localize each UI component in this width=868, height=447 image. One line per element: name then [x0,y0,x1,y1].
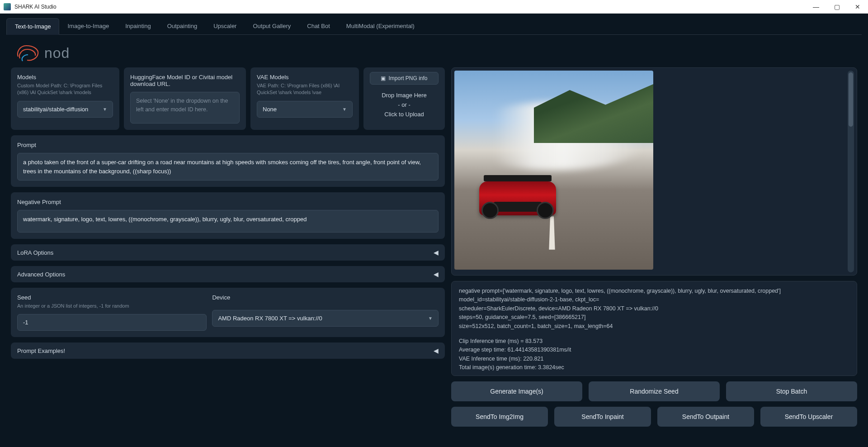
drop-text-2: - or - [373,100,436,110]
negative-prompt-label: Negative Prompt [17,199,439,205]
import-png-label: Import PNG info [388,75,427,81]
prompt-examples-toggle[interactable]: Prompt Examples! ◀ [11,342,445,359]
vae-label: VAE Models [257,74,353,81]
window-title: SHARK AI Studio [14,4,57,10]
sendto-inpaint-button[interactable]: SendTo Inpaint [554,407,651,427]
nod-logo-text: nod [44,45,70,62]
hf-label: HuggingFace Model ID or Civitai model do… [130,74,240,87]
device-select[interactable]: AMD Radeon RX 7800 XT => vulkan://0 ▼ [212,310,439,327]
models-panel: Models Custom Model Path: C: \Program Fi… [11,67,119,130]
advanced-label: Advanced Options [17,271,65,278]
drop-text-1: Drop Image Here [373,91,436,100]
window-controls: — ▢ ✕ [806,0,868,14]
sendto-img2img-button[interactable]: SendTo Img2Img [451,407,548,427]
stop-batch-button[interactable]: Stop Batch [726,381,857,401]
minimize-button[interactable]: — [806,0,826,14]
log-line: Average step time: 61.44143581390381ms/i… [459,346,849,354]
vae-select-value: None [263,106,277,113]
vae-sublabel: VAE Path: C: \Program Files (x86) \AI Qu… [257,82,353,96]
window-titlebar: SHARK AI Studio — ▢ ✕ [0,0,868,14]
info-icon: ▣ [381,75,386,81]
log-line: size=512x512, batch_count=1, batch_size=… [459,322,849,331]
device-label: Device [212,294,439,301]
tab-multimodal[interactable]: MultiModal (Experimental) [338,18,423,34]
collapse-arrow-icon: ◀ [434,271,439,278]
device-select-value: AMD Radeon RX 7800 XT => vulkan://0 [218,315,322,322]
chevron-down-icon: ▼ [103,107,107,112]
randomize-seed-button[interactable]: Randomize Seed [589,381,720,401]
lora-label: LoRA Options [17,249,53,256]
sendto-outpaint-button[interactable]: SendTo Outpaint [657,407,754,427]
models-sublabel: Custom Model Path: C: \Program Files (x8… [17,82,113,96]
seed-label: Seed [17,294,207,301]
log-line: Total image(s) generation time: 3.3824se… [459,363,849,372]
collapse-arrow-icon: ◀ [434,249,439,256]
drop-text-3: Click to Upload [373,110,436,119]
tab-chat-bot[interactable]: Chat Bot [299,18,338,34]
scroll-thumb[interactable] [849,72,853,127]
sendto-upscaler-button[interactable]: SendTo Upscaler [760,407,857,427]
prompt-label: Prompt [17,142,439,148]
models-select-value: stabilityai/stable-diffusion [23,106,88,113]
maximize-button[interactable]: ▢ [826,0,847,14]
log-line: Clip Inference time (ms) = 83.573 [459,337,849,346]
lora-options-toggle[interactable]: LoRA Options ◀ [11,244,445,261]
chevron-down-icon: ▼ [428,316,433,321]
negative-prompt-panel: Negative Prompt watermark, signature, lo… [11,192,445,239]
examples-label: Prompt Examples! [17,347,65,354]
log-line: steps=50, guidance_scale=7.5, seed=[3866… [459,313,849,322]
seed-input[interactable]: -1 [17,314,207,331]
log-line: model_id=stabilityai/stable-diffusion-2-… [459,295,849,304]
import-png-button[interactable]: ▣ Import PNG info [370,72,439,85]
tab-output-gallery[interactable]: Output Gallery [245,18,299,34]
hf-model-input[interactable]: Select 'None' in the dropdown on the lef… [130,92,240,124]
vae-panel: VAE Models VAE Path: C: \Program Files (… [250,67,359,130]
logo-row: nod [6,35,862,67]
tab-image-to-image[interactable]: Image-to-Image [59,18,117,34]
tab-text-to-image[interactable]: Text-to-Image [6,18,59,35]
chevron-down-icon: ▼ [342,107,347,112]
log-line: VAE Inference time (ms): 220.821 [459,355,849,363]
output-preview-box [451,67,857,276]
generation-log: negative prompt=['watermark, signature, … [451,281,857,376]
tab-outpainting[interactable]: Outpainting [159,18,206,34]
output-scrollbar[interactable] [848,71,854,272]
nod-logo-icon [15,43,40,63]
vae-select[interactable]: None ▼ [257,101,353,118]
tab-upscaler[interactable]: Upscaler [205,18,245,34]
main-tabs: Text-to-Image Image-to-Image Inpainting … [6,18,862,35]
models-select[interactable]: stabilityai/stable-diffusion ▼ [17,101,113,118]
log-line: scheduler=SharkEulerDiscrete, device=AMD… [459,304,849,313]
close-button[interactable]: ✕ [847,0,868,14]
generated-image[interactable] [454,71,653,270]
image-dropzone[interactable]: Drop Image Here - or - Click to Upload [370,88,439,122]
import-panel: ▣ Import PNG info Drop Image Here - or -… [363,67,445,130]
prompt-input[interactable]: a photo taken of the front of a super-ca… [17,153,439,181]
app-root: Text-to-Image Image-to-Image Inpainting … [0,14,868,447]
seed-sublabel: An integer or a JSON list of integers, -… [17,303,207,309]
hf-panel: HuggingFace Model ID or Civitai model do… [124,67,246,130]
generate-button[interactable]: Generate Image(s) [451,381,582,401]
seed-device-panel: Seed An integer or a JSON list of intege… [11,288,445,337]
prompt-panel: Prompt a photo taken of the front of a s… [11,135,445,187]
log-line: negative prompt=['watermark, signature, … [459,287,849,295]
app-icon [4,3,11,10]
tab-inpainting[interactable]: Inpainting [117,18,159,34]
advanced-options-toggle[interactable]: Advanced Options ◀ [11,266,445,282]
collapse-arrow-icon: ◀ [434,347,439,354]
nod-logo: nod [15,43,70,63]
models-label: Models [17,74,113,81]
negative-prompt-input[interactable]: watermark, signature, logo, text, lowres… [17,210,439,233]
